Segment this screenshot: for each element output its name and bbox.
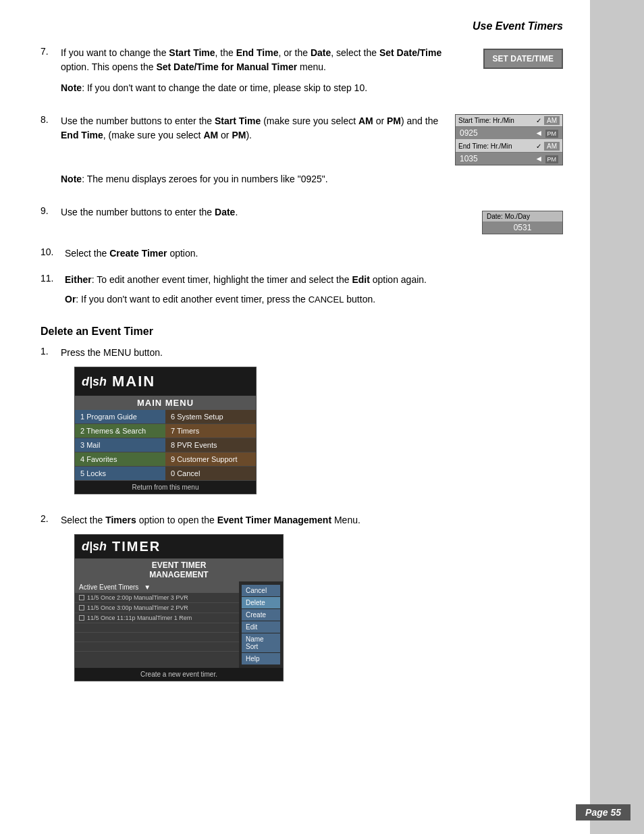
etm-list-header: Active Event Timers ▼ — [75, 581, 239, 593]
step-9-num: 9. — [41, 205, 61, 216]
step-7-num: 7. — [41, 46, 61, 57]
delete-step-2-num: 2. — [41, 513, 61, 524]
set-date-button[interactable]: SET DATE/TIME — [483, 49, 563, 69]
step-11: 11. Either: To edit another event timer,… — [41, 273, 563, 313]
menu-item-7[interactable]: 7 Timers — [165, 424, 256, 438]
delete-section-heading: Delete an Event Timer — [41, 325, 563, 338]
page-title: Use Event Timers — [473, 20, 563, 32]
step-8: 8. Use the number buttons to enter the S… — [41, 114, 563, 193]
menu-grid: 1 Program Guide 6 System Setup 2 Themes … — [75, 410, 256, 481]
menu-item-2[interactable]: 2 Themes & Search — [75, 424, 165, 438]
etm-list-item-1[interactable]: 11/5 Once 2:00p ManualTimer 3 PVR — [75, 593, 239, 603]
step-11-or: Or: If you don't want to edit another ev… — [65, 292, 563, 307]
step-7-note: Note: If you don't want to change the da… — [61, 81, 563, 95]
main-menu-screenshot: d|sh MAIN MAIN MENU 1 Program Guide 6 Sy… — [74, 367, 257, 494]
etm-cancel-btn[interactable]: Cancel — [242, 585, 280, 596]
delete-step-1-num: 1. — [41, 346, 61, 357]
etm-list-item-3[interactable]: 11/5 Once 11:11p ManualTimer 1 Rem — [75, 613, 239, 623]
menu-item-1[interactable]: 1 Program Guide — [75, 410, 165, 424]
delete-step-2: 2. Select the Timers option to open the … — [41, 513, 563, 688]
step-11-text: Either: To edit another event timer, hig… — [65, 273, 563, 287]
delete-step-1-text: Press the menu button. — [61, 346, 563, 360]
dish-logo: d|sh — [82, 375, 107, 389]
step-9-text: Use the number buttons to enter the Date… — [61, 205, 468, 219]
step-11-num: 11. — [41, 273, 65, 284]
menu-item-3[interactable]: 3 Mail — [75, 438, 165, 452]
etm-subtitle: EVENT TIMERMANAGEMENT — [75, 558, 283, 581]
etm-footer: Create a new event timer. — [75, 668, 283, 681]
menu-footer: Return from this menu — [75, 481, 256, 494]
menu-item-6[interactable]: 6 System Setup — [165, 410, 256, 424]
date-widget: Date: Mo./Day 0531 — [482, 211, 563, 234]
step-10: 10. Select the Create Timer option. — [41, 246, 563, 261]
step-10-text: Select the Create Timer option. — [65, 246, 563, 261]
etm-list-item-5[interactable] — [75, 633, 239, 642]
page-header: Use Event Timers — [41, 20, 563, 32]
menu-item-8[interactable]: 8 PVR Events — [165, 438, 256, 452]
delete-step-2-text: Select the Timers option to open the Eve… — [61, 513, 563, 527]
etm-delete-btn[interactable]: Delete — [242, 597, 280, 608]
step-7: 7. If you want to change the Start Time,… — [41, 46, 563, 102]
menu-item-4[interactable]: 4 Favorites — [75, 452, 165, 467]
time-widget: Start Time: Hr./Min ✓ AM 0925 ◄ PM End T… — [455, 114, 563, 165]
step-8-note: Note: The menu displays zeroes for you i… — [61, 172, 563, 186]
page-number: Page 55 — [576, 804, 630, 820]
step-7-text: If you want to change the Start Time, th… — [61, 46, 470, 74]
step-9: 9. Use the number buttons to enter the D… — [41, 205, 563, 234]
etm-namesort-btn[interactable]: Name Sort — [242, 633, 280, 652]
step-8-num: 8. — [41, 114, 61, 125]
etm-dish-logo: d|sh — [82, 540, 107, 554]
main-menu-title: MAIN — [112, 373, 155, 390]
etm-list-item-6[interactable] — [75, 642, 239, 652]
menu-subtitle: MAIN MENU — [75, 396, 256, 410]
menu-item-0[interactable]: 0 Cancel — [165, 467, 256, 481]
etm-title: TIMER — [112, 539, 161, 554]
etm-edit-btn[interactable]: Edit — [242, 621, 280, 633]
delete-step-1: 1. Press the menu button. d|sh MAIN MAIN… — [41, 346, 563, 501]
step-8-text: Use the number buttons to enter the Star… — [61, 114, 441, 142]
right-sidebar — [590, 0, 644, 834]
menu-item-5[interactable]: 5 Locks — [75, 467, 165, 481]
etm-screenshot: d|sh TIMER EVENT TIMERMANAGEMENT Active … — [74, 534, 284, 681]
etm-list-item-2[interactable]: 11/5 Once 3:00p ManualTimer 2 PVR — [75, 603, 239, 613]
menu-item-9[interactable]: 9 Customer Support — [165, 452, 256, 467]
step-10-num: 10. — [41, 246, 65, 257]
etm-list-item-4[interactable] — [75, 623, 239, 633]
etm-create-btn[interactable]: Create — [242, 609, 280, 621]
etm-help-btn[interactable]: Help — [242, 653, 280, 664]
